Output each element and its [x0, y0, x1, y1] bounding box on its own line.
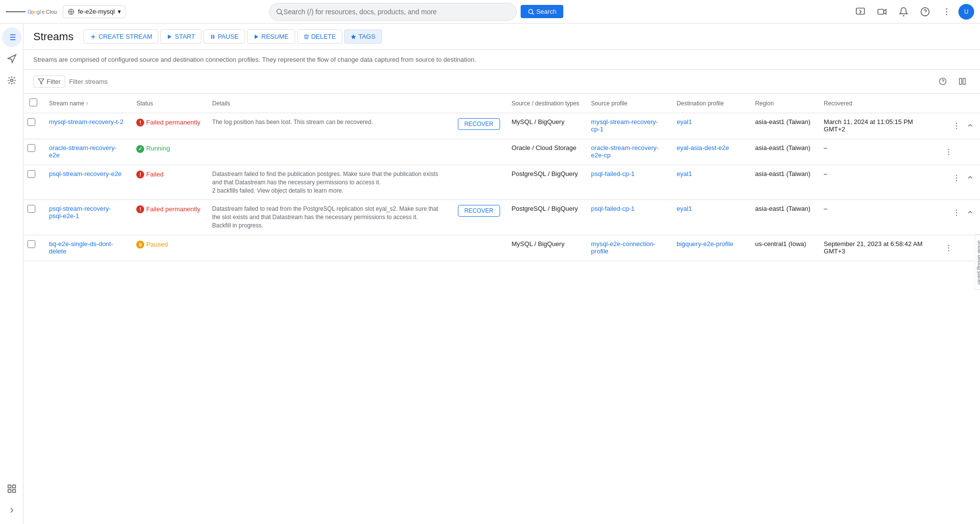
row-more-button[interactable]	[941, 144, 956, 160]
recover-button[interactable]: RECOVER	[458, 205, 500, 217]
row-recovered-cell: March 11, 2024 at 11:05:15 PM GMT+2	[818, 113, 935, 139]
row-types-cell: PostgreSQL / BigQuery	[506, 165, 585, 200]
svg-point-55	[948, 245, 949, 246]
columns-toggle-button[interactable]	[955, 74, 970, 89]
row-status-cell: ✓ Running	[130, 139, 206, 165]
row-checkbox[interactable]	[27, 118, 35, 126]
svg-marker-34	[168, 34, 172, 39]
row-more-button[interactable]	[949, 118, 964, 134]
pause-label: PAUSE	[218, 33, 239, 40]
tags-button[interactable]: TAGS	[344, 29, 381, 44]
row-checkbox[interactable]	[27, 170, 35, 178]
dest-profile-link[interactable]: eyal1	[677, 205, 692, 212]
filter-label: Filter	[47, 78, 61, 85]
nav-right-icons: U	[851, 2, 974, 22]
stream-name-link[interactable]: mysql-stream-recovery-t-2	[49, 118, 124, 125]
project-dropdown-icon: ▾	[118, 8, 121, 15]
header-status: Status	[130, 94, 206, 113]
filter-button[interactable]: Filter	[33, 75, 65, 88]
svg-rect-42	[963, 78, 965, 84]
info-bar: Streams are comprised of configured sour…	[24, 50, 980, 70]
delete-button[interactable]: DELETE	[297, 29, 343, 44]
row-checkbox[interactable]	[27, 205, 35, 213]
sidebar-item-navigate[interactable]	[2, 49, 22, 69]
row-more-button[interactable]	[949, 170, 964, 186]
source-profile-link[interactable]: oracle-stream-recovery-e2e-cp	[591, 144, 659, 159]
status-icon: ✓	[136, 144, 144, 153]
row-dest-cell: eyal-asia-dest-e2e	[671, 139, 749, 165]
row-more-button[interactable]	[941, 240, 956, 256]
row-region-cell: asia-east1 (Taiwan)	[749, 113, 818, 139]
video-icon-button[interactable]	[872, 2, 892, 22]
debug-panel[interactable]: Show debug panel	[974, 234, 980, 261]
tags-label: TAGS	[358, 33, 375, 40]
svg-point-51	[956, 180, 957, 181]
hamburger-menu-button[interactable]	[6, 2, 25, 22]
row-source-cell: mysql-e2e-connection-profile	[585, 235, 671, 261]
source-profile-link[interactable]: mysql-e2e-connection-profile	[591, 240, 656, 255]
create-stream-button[interactable]: CREATE STREAM	[83, 29, 159, 44]
status-label: Failed	[146, 171, 163, 178]
table-row: mysql-stream-recovery-t-2 ! Failed perma…	[24, 113, 980, 139]
status-label: Failed permanently	[146, 205, 201, 213]
more-options-button[interactable]	[937, 2, 956, 22]
stream-name-link[interactable]: psql-stream-recovery-e2e	[49, 170, 122, 177]
dest-profile-link[interactable]: eyal1	[677, 170, 692, 177]
select-all-checkbox[interactable]	[29, 99, 37, 106]
row-details-cell	[206, 235, 452, 261]
row-status-cell: ! Failed permanently	[130, 200, 206, 235]
row-details-cell	[206, 139, 452, 165]
global-search-button[interactable]: Search	[521, 5, 563, 18]
avatar[interactable]: U	[958, 4, 974, 20]
stream-name-link[interactable]: bq-e2e-single-ds-dont-delete	[49, 240, 113, 255]
svg-point-54	[956, 215, 957, 216]
region-text: asia-east1 (Taiwan)	[755, 170, 810, 177]
svg-point-52	[956, 210, 957, 211]
stream-name-link[interactable]: oracle-stream-recovery-e2e	[49, 144, 117, 159]
sidebar-item-connections[interactable]	[2, 71, 22, 90]
source-profile-link[interactable]: mysql-stream-recovery-cp-1	[591, 118, 658, 133]
create-stream-label: CREATE STREAM	[99, 33, 152, 40]
source-profile-link[interactable]: psql-failed-cp-1	[591, 170, 635, 177]
start-button[interactable]: START	[160, 29, 201, 44]
delete-label: DELETE	[311, 33, 336, 40]
region-text: asia-east1 (Taiwan)	[755, 144, 810, 151]
row-dest-cell: eyal1	[671, 165, 749, 200]
row-expand-button[interactable]	[966, 122, 974, 131]
row-checkbox-cell	[24, 200, 43, 235]
avatar-initials: U	[964, 8, 969, 15]
header-actions	[935, 94, 980, 113]
status-icon: ⏸	[136, 240, 144, 249]
row-expand-button[interactable]	[966, 174, 974, 183]
global-search-input[interactable]	[283, 8, 510, 16]
sidebar-item-list[interactable]	[2, 27, 22, 47]
filter-help-button[interactable]	[935, 74, 951, 89]
stream-name-link[interactable]: psql-stream-recovery-psql-e2e-1	[49, 205, 111, 220]
row-more-button[interactable]	[949, 205, 964, 221]
source-profile-link[interactable]: psql-failed-cp-1	[591, 205, 635, 212]
row-actions-cell	[935, 235, 980, 261]
pause-button[interactable]: PAUSE	[203, 29, 245, 44]
row-expand-button[interactable]	[966, 208, 974, 218]
help-icon	[920, 7, 930, 17]
terminal-icon-button[interactable]	[851, 2, 870, 22]
header-stream-name[interactable]: Stream name	[43, 94, 130, 113]
recover-button[interactable]: RECOVER	[458, 118, 500, 130]
resume-button[interactable]: RESUME	[247, 29, 295, 44]
dest-profile-link[interactable]: bigquery-e2e-profile	[677, 240, 733, 248]
filter-bar: Filter	[24, 70, 980, 94]
row-checkbox[interactable]	[27, 240, 35, 248]
project-selector[interactable]: fe-e2e-mysql ▾	[63, 5, 126, 18]
row-checkbox[interactable]	[27, 144, 35, 152]
svg-text:o: o	[31, 9, 34, 15]
help-icon-button[interactable]	[915, 2, 935, 22]
help-circle-icon	[939, 77, 947, 85]
search-bar-icon	[276, 8, 283, 16]
notifications-icon-button[interactable]	[894, 2, 913, 22]
filter-input[interactable]	[69, 78, 935, 85]
dest-profile-link[interactable]: eyal-asia-dest-e2e	[677, 144, 729, 151]
region-text: asia-east1 (Taiwan)	[755, 118, 810, 125]
global-search-bar: Search	[269, 3, 563, 21]
row-status-cell: ! Failed	[130, 165, 206, 200]
dest-profile-link[interactable]: eyal1	[677, 118, 692, 125]
